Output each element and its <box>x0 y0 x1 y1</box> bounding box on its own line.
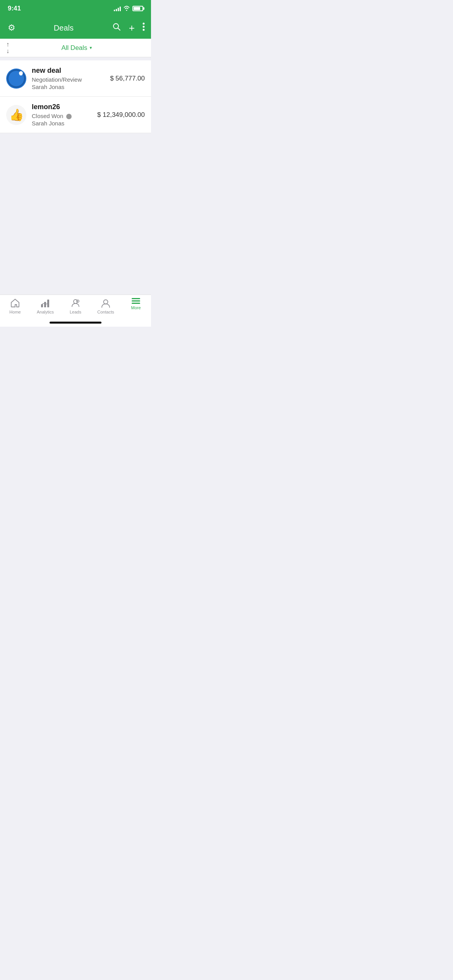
menu-gear-button[interactable]: ⚙ <box>6 23 15 33</box>
svg-rect-7 <box>44 302 46 307</box>
deal-owner: Sarah Jonas <box>32 120 97 127</box>
chevron-down-icon: ▼ <box>89 46 93 50</box>
status-time: 9:41 <box>8 5 21 12</box>
deal-value: $ 12,349,000.00 <box>97 111 145 119</box>
filter-dropdown[interactable]: All Deals ▼ <box>9 44 145 52</box>
search-button[interactable] <box>112 22 121 34</box>
deal-name: new deal <box>32 67 110 75</box>
more-icon <box>132 298 140 304</box>
status-bar: 9:41 <box>0 0 151 17</box>
page-title: Deals <box>54 24 74 33</box>
home-icon <box>10 298 20 308</box>
closed-dot-indicator <box>66 114 72 119</box>
analytics-icon <box>40 298 50 308</box>
table-row[interactable]: new deal Negotiation/Review Sarah Jonas … <box>0 60 151 97</box>
signal-icon <box>114 6 121 11</box>
battery-icon <box>132 6 143 11</box>
nav-item-more[interactable]: More <box>121 298 151 310</box>
contacts-icon <box>101 298 111 308</box>
nav-label-more: More <box>131 305 141 310</box>
nav-item-leads[interactable]: Leads <box>60 298 91 314</box>
deal-name: lemon26 <box>32 103 97 111</box>
filter-title: All Deals <box>62 44 88 52</box>
gear-icon: ⚙ <box>8 23 15 33</box>
svg-point-1 <box>142 23 144 25</box>
header-actions: + <box>112 22 145 34</box>
svg-point-2 <box>142 26 144 28</box>
status-icons <box>114 5 143 12</box>
deal-value: $ 56,777.00 <box>110 75 145 82</box>
nav-item-home[interactable]: Home <box>0 298 30 314</box>
wifi-icon <box>123 5 130 12</box>
leads-icon <box>70 298 81 308</box>
deal-progress-icon <box>6 69 26 89</box>
deal-list: new deal Negotiation/Review Sarah Jonas … <box>0 60 151 133</box>
add-button[interactable]: + <box>129 22 135 34</box>
deal-stage: Closed Won <box>32 113 63 119</box>
deal-thumbsup-icon: 👍 <box>6 105 26 125</box>
nav-label-analytics: Analytics <box>37 310 54 314</box>
nav-label-leads: Leads <box>70 310 81 314</box>
content-area: new deal Negotiation/Review Sarah Jonas … <box>0 57 151 327</box>
deal-value-container: $ 12,349,000.00 <box>97 111 145 119</box>
deal-info: new deal Negotiation/Review Sarah Jonas <box>32 67 110 90</box>
header-left: ⚙ <box>6 23 15 33</box>
svg-point-11 <box>104 300 108 304</box>
nav-label-contacts: Contacts <box>97 310 114 314</box>
nav-item-analytics[interactable]: Analytics <box>30 298 60 314</box>
svg-point-10 <box>77 300 79 302</box>
svg-point-3 <box>142 29 144 31</box>
deal-owner: Sarah Jonas <box>32 84 110 90</box>
more-options-button[interactable] <box>142 22 145 33</box>
nav-item-contacts[interactable]: Contacts <box>91 298 121 314</box>
filter-bar: ↑ ↓ All Deals ▼ <box>0 39 151 57</box>
deal-info: lemon26 Closed Won Sarah Jonas <box>32 103 97 127</box>
svg-point-5 <box>19 71 23 75</box>
nav-label-home: Home <box>9 310 21 314</box>
app-header: ⚙ Deals + <box>0 17 151 39</box>
deal-value-container: $ 56,777.00 <box>110 75 145 82</box>
sort-button[interactable]: ↑ ↓ <box>6 41 9 54</box>
app-container: 9:41 <box>0 0 151 327</box>
deal-stage: Negotiation/Review <box>32 76 110 83</box>
home-indicator <box>50 322 101 324</box>
table-row[interactable]: 👍 lemon26 Closed Won Sarah Jonas $ 12,34… <box>0 97 151 133</box>
deal-stage-row: Closed Won <box>32 113 97 120</box>
